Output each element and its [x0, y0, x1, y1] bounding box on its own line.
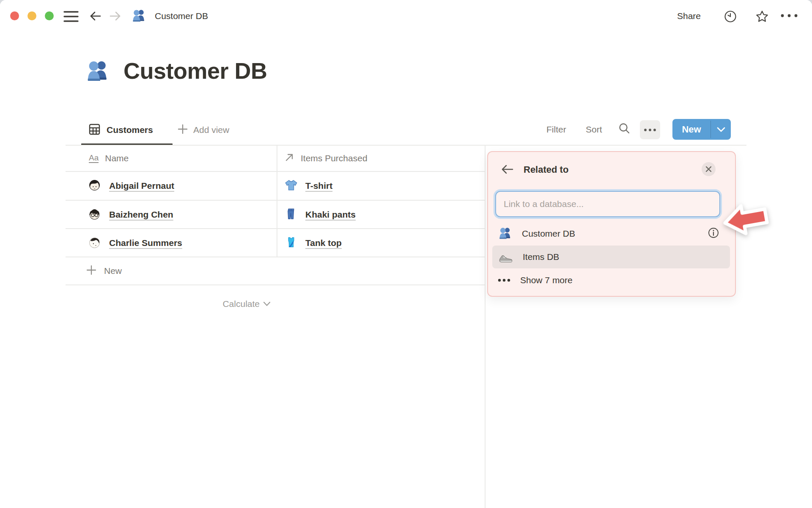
view-options-button[interactable] — [640, 120, 660, 139]
sort-button[interactable]: Sort — [586, 124, 602, 135]
add-view-label: Add view — [193, 125, 229, 135]
avatar — [88, 236, 101, 251]
row-border — [66, 284, 485, 285]
items-cell[interactable]: Khaki pants — [284, 207, 356, 223]
breadcrumb-doc-title[interactable]: Customer DB — [155, 11, 208, 21]
popup-option-items-db[interactable]: Items DB — [492, 246, 730, 268]
name-cell[interactable]: Abigail Pernaut — [88, 179, 174, 193]
calculate-label: Calculate — [222, 299, 260, 309]
more-options-icon[interactable] — [780, 14, 798, 18]
traffic-zoom-button[interactable] — [45, 11, 54, 20]
new-record-button[interactable]: New — [672, 119, 731, 140]
search-icon[interactable] — [618, 122, 631, 135]
forward-arrow-icon[interactable] — [109, 10, 121, 22]
favorite-star-icon[interactable] — [755, 10, 769, 23]
table-header-row: Aa Name Items Purchased — [66, 145, 485, 171]
breadcrumb-doc-icon — [132, 8, 147, 25]
page-title[interactable]: Customer DB — [123, 58, 267, 84]
popup-option-customer-db[interactable]: Customer DB — [492, 222, 730, 245]
table-view-icon — [89, 124, 100, 137]
jeans-icon — [284, 207, 298, 223]
name-cell[interactable]: Charlie Summers — [88, 236, 182, 251]
popup-title: Related to — [524, 164, 568, 175]
table-row[interactable]: Charlie Summers Tank top — [66, 229, 485, 257]
page-icon[interactable] — [85, 58, 111, 85]
titlebar: Customer DB Share — [0, 0, 812, 30]
link-database-input[interactable] — [495, 191, 720, 217]
traffic-minimize-button[interactable] — [27, 11, 36, 20]
items-cell[interactable]: Tank top — [284, 235, 342, 251]
table-row[interactable]: Abigail Pernaut T-shirt — [66, 171, 485, 200]
add-view-button[interactable]: Add view — [178, 120, 229, 140]
calculate-button[interactable]: Calculate — [66, 295, 277, 313]
new-row-button[interactable]: New — [66, 257, 485, 285]
title-property-icon: Aa — [89, 154, 99, 163]
notion-window: Customer DB Share Customer DB Customers … — [0, 0, 812, 508]
filter-button[interactable]: Filter — [546, 124, 566, 135]
popup-close-icon[interactable] — [702, 162, 716, 176]
back-arrow-icon[interactable] — [90, 10, 102, 22]
new-button-chevron-icon[interactable] — [711, 119, 731, 140]
info-icon[interactable] — [708, 227, 719, 240]
tab-customers-label: Customers — [107, 125, 153, 135]
chevron-down-icon — [263, 301, 271, 306]
running-shoe-icon — [498, 248, 513, 265]
plus-icon — [86, 265, 96, 277]
relation-arrow-icon — [284, 152, 294, 164]
sidebar-menu-icon[interactable] — [63, 10, 79, 23]
column-header-name[interactable]: Name — [105, 153, 129, 163]
red-annotation-arrow — [719, 197, 774, 244]
items-cell[interactable]: T-shirt — [284, 178, 332, 194]
people-icon — [498, 226, 513, 242]
table-row[interactable]: Baizheng Chen Khaki pants — [66, 200, 485, 229]
avatar — [88, 207, 101, 222]
ellipsis-icon — [497, 276, 513, 284]
avatar — [88, 179, 101, 193]
history-clock-icon[interactable] — [724, 10, 737, 23]
plus-icon — [178, 124, 188, 136]
new-button-label[interactable]: New — [672, 119, 710, 140]
share-button[interactable]: Share — [677, 11, 701, 21]
tanktop-icon — [284, 235, 298, 251]
popup-show-more[interactable]: Show 7 more — [492, 269, 730, 291]
tab-customers[interactable]: Customers — [89, 120, 153, 140]
name-cell[interactable]: Baizheng Chen — [88, 207, 173, 222]
tshirt-icon — [284, 178, 298, 194]
traffic-close-button[interactable] — [10, 11, 19, 20]
column-header-items[interactable]: Items Purchased — [284, 152, 368, 164]
popup-back-arrow-icon[interactable] — [501, 163, 514, 175]
